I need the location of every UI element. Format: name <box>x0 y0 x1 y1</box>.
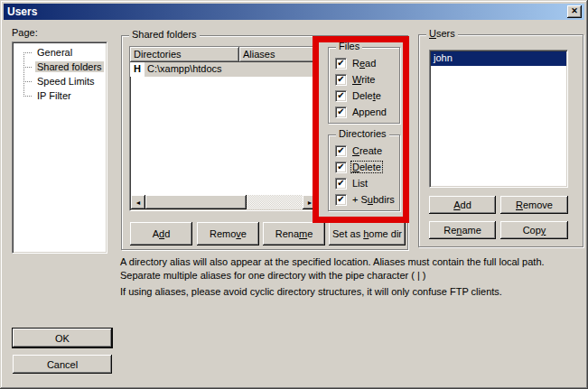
shared-folders-table: Directories Aliases H C:\xampp\htdocs ◄ … <box>129 46 319 211</box>
checkbox-label: Append <box>351 107 387 117</box>
table-header: Directories Aliases <box>130 47 318 62</box>
page-item-label: IP Filter <box>35 90 73 101</box>
files-write-checkbox[interactable]: ✔ <box>335 74 347 86</box>
user-remove-button[interactable]: Remove <box>500 196 568 214</box>
directory-path: C:\xampp\htdocs <box>145 62 318 77</box>
folder-remove-button[interactable]: Remove <box>197 222 259 245</box>
page-item-general[interactable]: General <box>13 45 107 60</box>
column-header-aliases[interactable]: Aliases <box>239 47 318 62</box>
alias-help-text: A directory alias will also appear at th… <box>120 255 583 301</box>
files-append-checkbox[interactable]: ✔ <box>335 107 347 118</box>
dirs-subdirs-option[interactable]: ✔ + Subdirs <box>329 191 399 208</box>
cancel-button[interactable]: Cancel <box>13 355 112 374</box>
folder-rename-button[interactable]: Rename <box>263 222 325 245</box>
user-add-button[interactable]: Add <box>429 196 496 214</box>
files-delete-option[interactable]: ✔ Delete <box>329 88 399 104</box>
dirs-create-option[interactable]: ✔ Create <box>329 143 399 159</box>
page-item-label: General <box>35 47 74 58</box>
check-icon: ✔ <box>337 59 344 68</box>
page-item-speed-limits[interactable]: Speed Limits <box>13 74 107 88</box>
files-group-label: Files <box>336 41 362 51</box>
checkbox-label: Write <box>351 74 376 85</box>
dirs-subdirs-checkbox[interactable]: ✔ <box>335 194 347 206</box>
user-rename-button[interactable]: Rename <box>429 221 496 239</box>
scrollbar-thumb[interactable] <box>145 195 247 209</box>
user-copy-button[interactable]: Copy <box>500 221 568 239</box>
check-icon: ✔ <box>337 107 344 116</box>
page-list: General Shared folders Speed Limits IP F… <box>12 42 107 254</box>
directories-group-label: Directories <box>336 128 389 139</box>
users-group-label: Users <box>426 28 458 39</box>
check-icon: ✔ <box>337 195 344 204</box>
set-as-home-dir-button[interactable]: Set as home dir <box>329 222 406 245</box>
dirs-delete-checkbox[interactable]: ✔ <box>335 162 347 173</box>
column-header-directories[interactable]: Directories <box>130 47 239 62</box>
ok-button[interactable]: OK <box>13 329 112 347</box>
window-title: Users <box>4 5 37 18</box>
user-list-item[interactable]: john <box>431 51 566 66</box>
dirs-list-checkbox[interactable]: ✔ <box>335 178 347 190</box>
shared-folders-group-label: Shared folders <box>129 29 200 40</box>
scroll-left-icon: ◄ <box>135 199 142 206</box>
files-permissions-group: Files ✔ Read ✔ Write ✔ Delete ✔ Append <box>328 47 400 124</box>
close-button[interactable]: ✕ <box>567 5 582 18</box>
close-icon: ✕ <box>571 7 578 15</box>
check-icon: ✔ <box>337 91 344 100</box>
checkbox-label: Create <box>351 145 383 156</box>
checkbox-label: Delete <box>350 161 383 173</box>
files-delete-checkbox[interactable]: ✔ <box>335 90 347 102</box>
directories-permissions-group: Directories ✔ Create ✔ Delete ✔ List ✔ +… <box>328 134 400 211</box>
page-item-ip-filter[interactable]: IP Filter <box>13 88 107 103</box>
page-label: Page: <box>12 27 38 38</box>
page-item-label: Shared folders <box>35 61 104 72</box>
users-list: john <box>429 50 568 188</box>
checkbox-label: Delete <box>351 90 382 101</box>
files-append-option[interactable]: ✔ Append <box>329 104 399 120</box>
users-group: Users john Add Remove Rename Copy <box>418 34 583 247</box>
scroll-right-button[interactable]: ► <box>303 195 317 209</box>
scroll-left-button[interactable]: ◄ <box>131 195 145 209</box>
table-row[interactable]: H C:\xampp\htdocs <box>130 62 318 77</box>
users-dialog: Users ✕ Page: General Shared folders Spe… <box>0 0 588 389</box>
page-item-shared-folders[interactable]: Shared folders <box>13 60 107 74</box>
scroll-right-icon: ► <box>307 199 313 206</box>
title-bar: Users ✕ <box>4 4 584 20</box>
dirs-create-checkbox[interactable]: ✔ <box>335 145 347 157</box>
alias-help-paragraph-2: If using aliases, please avoid cyclic di… <box>120 285 583 299</box>
checkbox-label: + Subdirs <box>351 194 396 205</box>
check-icon: ✔ <box>337 179 344 188</box>
check-icon: ✔ <box>337 162 344 171</box>
horizontal-scrollbar[interactable]: ◄ ► <box>131 195 317 209</box>
checkbox-label: Read <box>351 58 377 69</box>
check-icon: ✔ <box>337 146 344 155</box>
alias-help-paragraph-1: A directory alias will also appear at th… <box>120 255 583 282</box>
folder-add-button[interactable]: Add <box>130 222 192 245</box>
check-icon: ✔ <box>337 75 344 84</box>
scrollbar-track[interactable] <box>247 195 303 209</box>
page-item-label: Speed Limits <box>35 76 97 87</box>
files-read-option[interactable]: ✔ Read <box>329 55 399 71</box>
dirs-list-option[interactable]: ✔ List <box>329 175 399 191</box>
home-marker: H <box>130 62 145 77</box>
checkbox-label: List <box>351 178 369 189</box>
files-read-checkbox[interactable]: ✔ <box>335 58 347 69</box>
files-write-option[interactable]: ✔ Write <box>329 71 399 88</box>
dirs-delete-option[interactable]: ✔ Delete <box>329 159 399 175</box>
